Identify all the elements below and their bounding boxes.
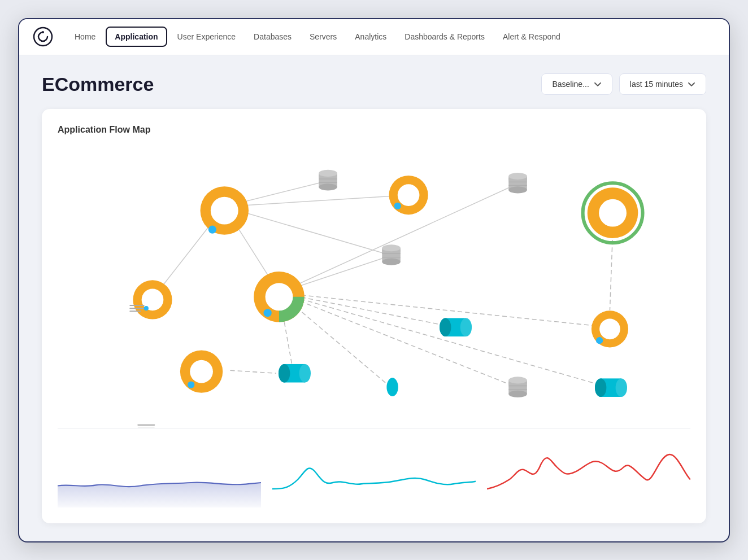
page-title: ECommerce [42,73,154,95]
node-c[interactable] [133,280,172,319]
svg-point-63 [208,225,216,233]
svg-point-65 [398,184,420,206]
db-icon-1 [319,169,337,190]
node-b[interactable] [389,175,428,214]
svg-point-0 [34,28,52,46]
svg-line-13 [279,292,610,387]
svg-point-84 [596,337,603,344]
svg-point-81 [599,199,627,226]
svg-point-19 [319,183,337,190]
app-window: Home Application User Experience Databas… [18,18,730,542]
svg-line-16 [230,370,276,373]
svg-point-21 [319,169,337,176]
svg-point-47 [460,318,472,336]
svg-point-35 [382,244,401,251]
db-icon-4 [508,377,527,397]
svg-point-42 [508,377,527,383]
db-small-icon [138,425,155,427]
db-icon-3 [382,244,401,265]
app-logo [33,27,53,47]
svg-point-26 [508,186,527,193]
cylinder-icon-3-partial [386,378,398,396]
svg-point-72 [144,306,149,310]
nav-item-user-experience[interactable]: User Experience [169,28,244,46]
nav-item-application[interactable]: Application [106,27,167,47]
svg-point-51 [299,364,311,382]
time-range-dropdown[interactable]: last 15 minutes [619,73,706,95]
nav-item-dashboards[interactable]: Dashboards & Reports [397,28,493,46]
svg-line-4 [224,206,391,255]
svg-point-1 [42,31,44,33]
node-d[interactable] [254,272,305,322]
flow-map [58,146,690,428]
nav-item-databases[interactable]: Databases [246,28,299,46]
main-card: Application Flow Map [42,109,706,523]
flow-map-svg [58,146,690,428]
node-e[interactable] [180,350,223,392]
db-icon-2 [508,172,527,193]
svg-point-28 [508,172,527,179]
svg-point-52 [279,364,290,382]
svg-point-75 [264,309,272,317]
mini-chart-3 [487,445,690,508]
node-a[interactable] [201,186,249,235]
svg-point-57 [595,378,606,397]
main-content: ECommerce Baseline... last 15 minutes Ap… [19,55,729,541]
cylinder-icon-1 [440,318,472,336]
node-f-selected[interactable] [583,183,643,243]
header-controls: Baseline... last 15 minutes [541,73,706,95]
mini-chart-1 [58,445,261,508]
svg-line-9 [279,292,455,327]
svg-point-33 [382,258,401,265]
svg-point-56 [616,378,627,397]
nav-item-analytics[interactable]: Analytics [347,28,394,46]
svg-point-83 [599,318,620,339]
chevron-down-icon-2 [688,80,695,88]
svg-point-53 [386,378,398,396]
svg-point-78 [188,381,194,388]
svg-point-77 [190,360,213,383]
svg-point-74 [266,283,293,310]
node-g[interactable] [592,310,628,347]
baseline-dropdown[interactable]: Baseline... [541,73,612,95]
mini-charts [58,440,690,508]
nav-bar: Home Application User Experience Databas… [19,19,729,55]
page-header: ECommerce Baseline... last 15 minutes [42,73,706,95]
nav-item-servers[interactable]: Servers [302,28,345,46]
svg-line-3 [224,195,408,206]
chevron-down-icon [594,80,602,88]
flow-map-title: Application Flow Map [58,125,690,135]
svg-point-40 [508,390,527,397]
cylinder-icon-2 [279,364,311,382]
mini-chart-2 [272,445,476,508]
nav-item-alert[interactable]: Alert & Respond [495,28,568,46]
svg-point-62 [211,196,238,224]
cylinder-icon-4 [595,378,627,397]
svg-point-48 [440,318,451,336]
nav-item-home[interactable]: Home [67,28,103,46]
svg-line-12 [279,292,518,387]
svg-point-66 [394,202,401,209]
